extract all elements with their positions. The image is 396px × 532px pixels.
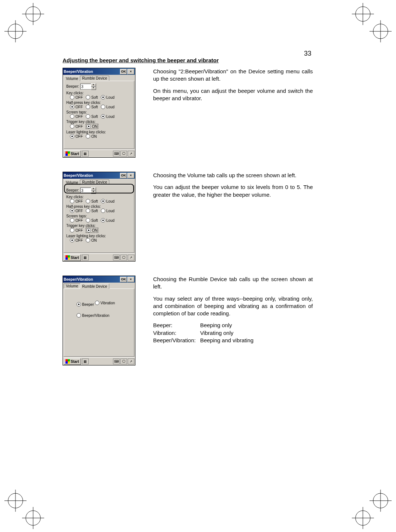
window-title: Beeper/Vibration [64, 174, 93, 178]
screenshot-rumble-tab: Beeper/Vibration OK × Volume Rumble Devi… [63, 276, 135, 365]
paragraph: On this menu, you can adjust the beeper … [153, 87, 313, 102]
sip-tray-icon[interactable]: ↗ [128, 151, 134, 157]
radio-screen-soft[interactable]: Soft [86, 218, 98, 223]
radio-half-loud[interactable]: Loud [101, 105, 114, 109]
radio-laser-on[interactable]: ON [86, 238, 97, 242]
sip-tray-icon[interactable]: ↗ [128, 255, 134, 260]
screenshot-volume-highlighted: Beeper/Vibration OK × Volume Rumble Devi… [63, 172, 135, 262]
group-screen-taps: Screen taps: [66, 110, 132, 114]
radio-key-off[interactable]: OFF [70, 199, 83, 203]
radio-key-loud[interactable]: Loud [101, 95, 114, 99]
radio-rumble-both[interactable]: Beeper/Vibration [77, 313, 109, 318]
radio-half-loud[interactable]: Loud [101, 209, 114, 213]
beeper-label: Beeper: [66, 188, 79, 192]
group-trigger: Trigger key clicks: [66, 224, 132, 228]
keyboard-tray-icon[interactable]: ⌨ [113, 358, 120, 364]
group-screen-taps: Screen taps: [66, 214, 132, 218]
definition-list: Beeper:Beeping only Vibration:Vibrating … [153, 322, 258, 344]
group-half-press: Half-press key clicks: [66, 204, 132, 209]
radio-half-soft[interactable]: Soft [86, 105, 98, 109]
desktop-tray-icon[interactable]: 🖵 [120, 255, 127, 260]
radio-key-soft[interactable]: Soft [86, 95, 98, 99]
crop-mark-icon [352, 507, 374, 529]
radio-screen-off[interactable]: OFF [70, 218, 83, 223]
windows-flag-icon [66, 151, 70, 156]
radio-rumble-vibration[interactable]: Vibration [95, 301, 115, 305]
radio-trigger-on[interactable]: ON [86, 124, 98, 129]
spinner-up-icon[interactable]: ▲ [91, 83, 96, 87]
radio-key-off[interactable]: OFF [70, 95, 83, 99]
crop-mark-icon [4, 20, 26, 42]
radio-screen-off[interactable]: OFF [70, 114, 83, 119]
start-button[interactable]: Start [64, 358, 81, 365]
section-title: Adjusting the beeper and switching the b… [63, 57, 313, 63]
radio-half-off[interactable]: OFF [70, 105, 83, 109]
paragraph: Choosing "2:Beeper/Vibration" on the Dev… [153, 68, 313, 83]
window-title: Beeper/Vibration [64, 277, 93, 281]
radio-screen-soft[interactable]: Soft [86, 114, 98, 119]
tab-volume[interactable]: Volume [64, 180, 80, 185]
ok-button[interactable]: OK [120, 173, 127, 178]
group-laser: Laser lighting key clicks: [66, 130, 132, 134]
tab-rumble-device[interactable]: Rumble Device [80, 76, 109, 81]
radio-laser-off[interactable]: OFF [70, 134, 83, 139]
crop-mark-icon [370, 20, 392, 42]
page-number: 33 [304, 50, 311, 57]
close-button[interactable]: × [127, 173, 134, 178]
crop-mark-icon [22, 507, 44, 529]
spinner-down-icon[interactable]: ▼ [91, 190, 96, 194]
radio-screen-loud[interactable]: Loud [101, 114, 114, 119]
spinner-down-icon[interactable]: ▼ [91, 87, 96, 90]
close-button[interactable]: × [127, 69, 134, 74]
taskbar-app-icon[interactable]: ▦ [82, 358, 89, 364]
windows-flag-icon [66, 255, 70, 260]
radio-laser-off[interactable]: OFF [70, 238, 83, 242]
beeper-value-input[interactable] [80, 188, 91, 193]
paragraph: Choosing the Rumble Device tab calls up … [153, 276, 313, 291]
group-trigger: Trigger key clicks: [66, 120, 132, 124]
tab-volume[interactable]: Volume [64, 283, 80, 288]
start-button[interactable]: Start [64, 150, 81, 157]
keyboard-tray-icon[interactable]: ⌨ [113, 255, 120, 260]
group-half-press: Half-press key clicks: [66, 101, 132, 105]
ok-button[interactable]: OK [120, 69, 127, 74]
windows-flag-icon [66, 359, 70, 364]
paragraph: You may select any of three ways--beepin… [153, 295, 313, 318]
radio-trigger-on[interactable]: ON [86, 228, 98, 233]
tab-volume[interactable]: Volume [64, 76, 80, 81]
ok-button[interactable]: OK [120, 277, 127, 282]
paragraph: Choosing the Volume tab calls up the scr… [153, 172, 313, 179]
beeper-label: Beeper: [66, 84, 79, 88]
window-title: Beeper/Vibration [64, 70, 93, 74]
tab-rumble-device[interactable]: Rumble Device [80, 284, 109, 289]
keyboard-tray-icon[interactable]: ⌨ [113, 151, 120, 157]
beeper-value-input[interactable] [80, 84, 91, 90]
radio-trigger-off[interactable]: OFF [70, 124, 83, 129]
group-key-clicks: Key clicks: [66, 195, 132, 199]
radio-laser-on[interactable]: ON [86, 134, 97, 139]
group-key-clicks: Key clicks: [66, 91, 132, 95]
radio-key-loud[interactable]: Loud [101, 199, 114, 203]
radio-trigger-off[interactable]: OFF [70, 228, 83, 232]
sip-tray-icon[interactable]: ↗ [128, 358, 134, 364]
radio-rumble-beeper[interactable]: Beeper [77, 302, 94, 307]
desktop-tray-icon[interactable]: 🖵 [120, 151, 127, 157]
start-button[interactable]: Start [64, 254, 81, 261]
taskbar-app-icon[interactable]: ▦ [82, 255, 89, 260]
close-button[interactable]: × [127, 277, 134, 282]
radio-screen-loud[interactable]: Loud [101, 218, 114, 223]
screenshot-volume-tab: Beeper/Vibration OK × Volume Rumble Devi… [63, 68, 135, 158]
taskbar-app-icon[interactable]: ▦ [82, 151, 89, 157]
tab-rumble-device[interactable]: Rumble Device [80, 179, 109, 185]
group-laser: Laser lighting key clicks: [66, 234, 132, 238]
radio-key-soft[interactable]: Soft [86, 199, 98, 203]
radio-half-soft[interactable]: Soft [86, 209, 98, 213]
desktop-tray-icon[interactable]: 🖵 [120, 358, 127, 364]
paragraph: You can adjust the beeper volume to six … [153, 183, 313, 199]
spinner-up-icon[interactable]: ▲ [91, 187, 96, 190]
radio-half-off[interactable]: OFF [70, 209, 83, 213]
